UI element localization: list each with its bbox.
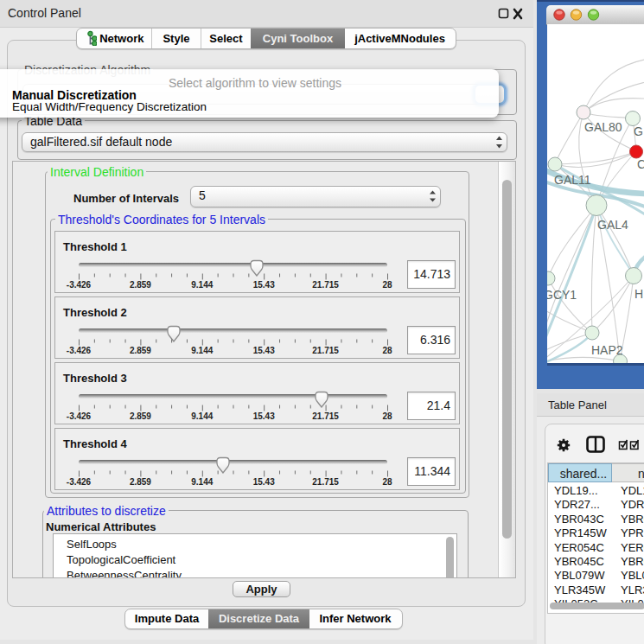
svg-text:H: H — [634, 287, 643, 301]
svg-text:GAL80: GAL80 — [584, 120, 622, 134]
svg-text:GAL4: GAL4 — [597, 218, 628, 232]
svg-text:G: G — [634, 124, 643, 138]
svg-text:GCY1: GCY1 — [547, 288, 577, 302]
svg-text:HAP2: HAP2 — [591, 343, 623, 357]
svg-text:C: C — [637, 157, 644, 171]
svg-text:GAL11: GAL11 — [554, 173, 591, 187]
